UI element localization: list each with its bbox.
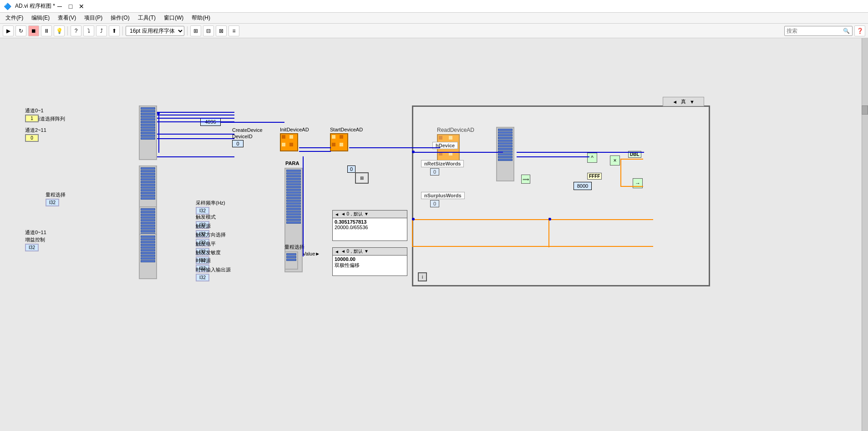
resize-button[interactable]: ⊠: [216, 25, 227, 36]
terminal-row: [141, 219, 155, 221]
wire-h-3: [157, 118, 234, 119]
help-button[interactable]: ❓: [854, 25, 865, 36]
font-select[interactable]: 16pt 应用程序字体: [126, 26, 184, 36]
bulb-button[interactable]: 💡: [54, 25, 65, 36]
menu-window[interactable]: 窗口(W): [160, 13, 187, 23]
context-help[interactable]: ?: [71, 25, 81, 36]
terminal-row: [141, 208, 155, 210]
terminal-row: [498, 129, 513, 131]
case-tab[interactable]: ◄ 真 ▼: [663, 97, 704, 106]
terminal-row: [286, 221, 301, 224]
terminal-row: [286, 202, 301, 205]
wire-orange-right-2: [620, 186, 643, 187]
terminal-row: [286, 186, 301, 188]
sep3: [187, 26, 188, 35]
wire-h-5: [157, 134, 234, 135]
terminal-row: [141, 178, 155, 180]
range-label: 量程选择: [46, 191, 66, 198]
terminal-row: [141, 173, 155, 175]
case-arrow-right[interactable]: ▼: [690, 99, 695, 105]
junction-1: [412, 150, 415, 153]
wave-default-label-1: ◄ 0，默认 ▼: [341, 211, 369, 217]
menu-edit[interactable]: 编辑(E): [28, 13, 53, 23]
wire-right-1: [517, 152, 644, 153]
menu-bar: 文件(F) 编辑(E) 查看(V) 项目(P) 操作(O) 工具(T) 窗口(W…: [0, 13, 868, 24]
wire-start-read: [349, 147, 440, 148]
clock-out-value[interactable]: I32: [196, 274, 209, 281]
search-input[interactable]: [787, 28, 841, 34]
terminal-row: [286, 172, 301, 175]
multiply-func: ×: [610, 155, 620, 165]
start-device-label: StartDeviceAD: [330, 127, 363, 132]
close-button[interactable]: ✕: [77, 2, 86, 11]
scrollbar-right[interactable]: [862, 38, 868, 431]
device-id-value: 0: [232, 140, 244, 147]
wave-dropdown-icon-2[interactable]: ◄: [335, 249, 339, 254]
channel211-ctrl: 通道2~11 0: [25, 127, 46, 142]
clock-out-ctrl: 时钟输入输出源 I32: [196, 266, 231, 281]
distribute-button[interactable]: ⊟: [203, 25, 214, 36]
menu-view[interactable]: 查看(V): [54, 13, 80, 23]
terminal-row: [141, 211, 155, 213]
wave-default-label-2: ◄ 0，默认 ▼: [341, 248, 369, 255]
para-label: PARA: [285, 160, 299, 166]
search-icon[interactable]: 🔍: [843, 28, 850, 34]
minimize-button[interactable]: ─: [55, 2, 64, 11]
terminal-row: [286, 170, 301, 172]
menu-operate[interactable]: 操作(O): [107, 13, 133, 23]
convert-func: ⟹: [521, 175, 530, 184]
diagram-canvas[interactable]: 采样通道选择阵列 通道0~1 1 通道2~11 0: [0, 38, 868, 431]
terminal-row: [141, 241, 155, 243]
run-cont-button[interactable]: ↻: [15, 25, 26, 36]
case-structure[interactable]: ◄ 真 ▼ i: [412, 105, 710, 286]
menu-help[interactable]: 帮助(H): [188, 13, 214, 23]
terminal-row: [141, 107, 155, 110]
terminal-row: [141, 110, 155, 112]
reorder-button[interactable]: ≡: [228, 25, 239, 36]
sample-freq-ctrl: 采样频率(Hz) I32: [196, 200, 225, 215]
terminal-row: [141, 230, 155, 232]
const-8000: 8000: [574, 182, 592, 190]
wave-dropdown-icon-1[interactable]: ◄: [335, 212, 339, 217]
icon-cell: [289, 143, 293, 146]
init-device-icon: [280, 133, 298, 151]
menu-tools[interactable]: 工具(T): [134, 13, 159, 23]
terminal-row: [498, 145, 513, 147]
range-value[interactable]: I32: [46, 199, 59, 206]
maximize-button[interactable]: □: [66, 2, 75, 11]
align-button[interactable]: ⊞: [190, 25, 201, 36]
abort-button[interactable]: ⏹: [28, 25, 39, 36]
create-device-label: CreateDevice: [232, 127, 263, 133]
terminal-row: [286, 259, 296, 261]
terminal-row: [141, 197, 155, 200]
terminal-row: [141, 244, 155, 246]
channel01-value[interactable]: 1: [25, 115, 39, 122]
terminal-row: [286, 256, 296, 258]
wire-orange-v-1: [412, 219, 413, 246]
step-over[interactable]: ⤴: [96, 25, 107, 36]
terminal-row: [141, 167, 155, 170]
menu-project[interactable]: 项目(P): [81, 13, 106, 23]
step-into[interactable]: ⤵: [83, 25, 94, 36]
junction-2: [412, 218, 415, 221]
icon-cell: [332, 143, 335, 146]
channel211-value[interactable]: 0: [25, 134, 39, 142]
terminal-row: [141, 195, 155, 197]
terminal-row: [141, 170, 155, 172]
gain-value[interactable]: I32: [25, 244, 39, 251]
terminal-row: [141, 135, 155, 137]
sep2: [122, 26, 123, 35]
terminal-row: [141, 236, 155, 238]
step-out[interactable]: ⬆: [109, 25, 120, 36]
menu-file[interactable]: 文件(F): [2, 13, 27, 23]
terminal-row: [141, 121, 155, 123]
terminal-row: [141, 175, 155, 178]
terminal-row: [286, 197, 301, 199]
case-arrow-left[interactable]: ◄: [672, 99, 677, 105]
scrollbar-thumb[interactable]: [862, 105, 868, 115]
terminal-row: [141, 132, 155, 134]
run-button[interactable]: ▶: [3, 25, 14, 36]
pause-button[interactable]: ⏸: [41, 25, 52, 36]
wire-h-2: [157, 115, 234, 115]
terminal-row: [498, 137, 513, 139]
